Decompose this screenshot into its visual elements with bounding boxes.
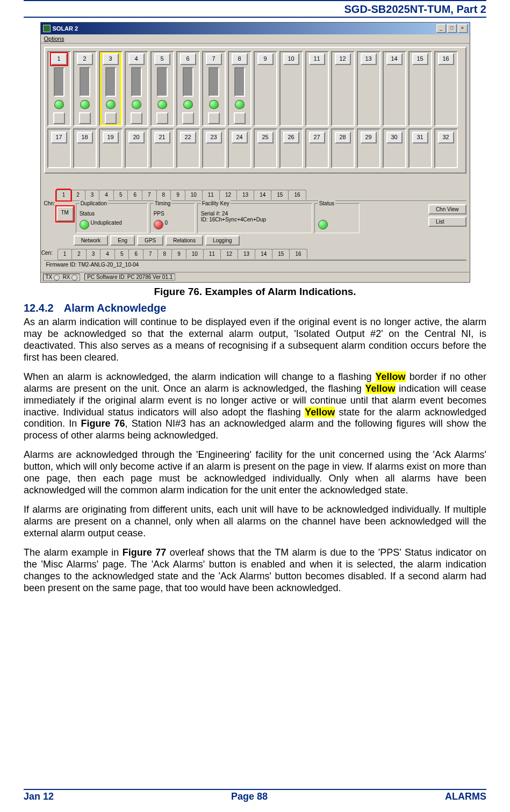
gps-button[interactable]: GPS — [137, 235, 163, 246]
station-row-top: 12345678910111213141516 — [47, 51, 463, 126]
slot-square-button[interactable] — [182, 112, 194, 124]
logging-button[interactable]: Logging — [205, 235, 240, 246]
cen-tab-12[interactable]: 12 — [220, 249, 238, 259]
station-slot-7[interactable]: 7 — [202, 51, 226, 126]
slot-number: 9 — [257, 53, 274, 65]
chn-tab-10[interactable]: 10 — [185, 190, 203, 200]
chn-tab-3[interactable]: 3 — [85, 190, 100, 200]
station-slot-13[interactable]: 13 — [357, 51, 380, 126]
station-slot-21[interactable]: 21 — [150, 128, 174, 168]
station-slot-28[interactable]: 28 — [331, 128, 355, 168]
slot-square-button[interactable] — [79, 112, 91, 124]
maximize-button[interactable]: □ — [447, 24, 457, 33]
station-slot-30[interactable]: 30 — [383, 128, 406, 168]
chn-tab-5[interactable]: 5 — [113, 190, 128, 200]
close-button[interactable]: × — [458, 24, 468, 33]
cen-tab-14[interactable]: 14 — [255, 249, 272, 259]
station-slot-20[interactable]: 20 — [125, 128, 148, 168]
slot-number: 23 — [206, 132, 222, 143]
slot-led-icon — [132, 100, 141, 110]
station-slot-31[interactable]: 31 — [408, 128, 432, 168]
cen-tab-11[interactable]: 11 — [203, 249, 221, 259]
station-slot-24[interactable]: 24 — [228, 128, 252, 168]
chn-tab-1[interactable]: 1 — [56, 190, 71, 200]
slot-square-button[interactable] — [53, 112, 65, 124]
slot-square-button[interactable] — [156, 112, 168, 124]
chn-tab-11[interactable]: 11 — [202, 190, 220, 200]
station-slot-11[interactable]: 11 — [305, 51, 329, 126]
station-slot-22[interactable]: 22 — [176, 128, 200, 168]
cen-tab-16[interactable]: 16 — [289, 249, 307, 259]
cen-tab-8[interactable]: 8 — [157, 249, 173, 259]
bottom-button-row: NetworkEngGPSRelationsLogging — [74, 235, 466, 246]
slot-square-button[interactable] — [105, 112, 117, 124]
slot-number: 2 — [77, 53, 93, 65]
station-slot-6[interactable]: 6 — [176, 51, 200, 126]
chn-tab-8[interactable]: 8 — [156, 190, 171, 200]
menu-options[interactable]: Options — [44, 35, 64, 42]
slot-square-button[interactable] — [234, 112, 246, 124]
cen-tab-6[interactable]: 6 — [128, 249, 143, 259]
chn-tab-7[interactable]: 7 — [142, 190, 157, 200]
station-slot-9[interactable]: 9 — [254, 51, 277, 126]
station-slot-19[interactable]: 19 — [99, 128, 123, 168]
station-slot-8[interactable]: 8 — [228, 51, 252, 126]
slot-square-button[interactable] — [131, 112, 142, 124]
cen-tab-1[interactable]: 1 — [58, 249, 73, 260]
station-slot-32[interactable]: 32 — [434, 128, 458, 168]
serial-value: 24 — [222, 211, 228, 217]
station-slot-23[interactable]: 23 — [202, 128, 226, 168]
status-led-icon — [318, 220, 328, 229]
cen-tab-10[interactable]: 10 — [186, 249, 204, 259]
station-slot-18[interactable]: 18 — [73, 128, 97, 168]
cen-tab-2[interactable]: 2 — [71, 249, 87, 259]
list-button[interactable]: List — [428, 217, 466, 227]
slot-square-button[interactable] — [208, 112, 220, 124]
station-slot-5[interactable]: 5 — [150, 51, 174, 126]
cen-tab-7[interactable]: 7 — [143, 249, 158, 259]
slot-led-icon — [106, 100, 116, 110]
chn-tab-9[interactable]: 9 — [170, 190, 185, 200]
relations-button[interactable]: Relations — [166, 235, 203, 246]
section-title: Alarm Acknowledge — [64, 302, 166, 314]
chn-tab-16[interactable]: 16 — [288, 190, 306, 200]
station-slot-27[interactable]: 27 — [305, 128, 329, 168]
station-slot-15[interactable]: 15 — [408, 51, 432, 126]
station-slot-1[interactable]: 1 — [47, 51, 71, 126]
chn-tab-4[interactable]: 4 — [99, 190, 114, 200]
minimize-button[interactable]: _ — [436, 24, 446, 33]
station-slot-14[interactable]: 14 — [383, 51, 406, 126]
chn-tab-2[interactable]: 2 — [70, 190, 85, 200]
group-duplication: Duplication Status Unduplicated — [76, 203, 148, 233]
chn-tab-13[interactable]: 13 — [236, 190, 254, 200]
slot-number: 26 — [283, 132, 299, 143]
chn-tab-14[interactable]: 14 — [254, 190, 271, 200]
cen-tab-3[interactable]: 3 — [86, 249, 101, 259]
eng-button[interactable]: Eng — [110, 235, 135, 246]
station-slot-3[interactable]: 3 — [99, 51, 123, 126]
station-slot-26[interactable]: 26 — [279, 128, 303, 168]
p2-yellow-3: Yellow — [305, 407, 335, 418]
station-slot-25[interactable]: 25 — [254, 128, 277, 168]
station-slot-17[interactable]: 17 — [47, 128, 71, 168]
station-slot-12[interactable]: 12 — [331, 51, 355, 126]
chn-tab-15[interactable]: 15 — [271, 190, 289, 200]
tm-button[interactable]: TM — [56, 206, 74, 221]
network-button[interactable]: Network — [74, 235, 109, 246]
cen-tab-13[interactable]: 13 — [238, 249, 255, 259]
chn-tab-12[interactable]: 12 — [219, 190, 237, 200]
station-slot-16[interactable]: 16 — [434, 51, 458, 126]
figure-caption: Figure 76. Examples of Alarm Indications… — [24, 286, 486, 298]
station-slot-2[interactable]: 2 — [73, 51, 97, 126]
cen-tab-15[interactable]: 15 — [272, 249, 290, 259]
station-slot-4[interactable]: 4 — [125, 51, 148, 126]
chn-view-button[interactable]: Chn View — [428, 204, 466, 214]
cen-tab-4[interactable]: 4 — [100, 249, 115, 259]
cen-tab-9[interactable]: 9 — [171, 249, 186, 259]
menu-bar[interactable]: Options — [41, 34, 470, 44]
cen-tab-5[interactable]: 5 — [114, 249, 130, 259]
station-slot-29[interactable]: 29 — [357, 128, 380, 168]
page-footer: Jan 12 Page 88 ALARMS — [24, 789, 486, 802]
station-slot-10[interactable]: 10 — [279, 51, 303, 126]
chn-tab-6[interactable]: 6 — [127, 190, 142, 200]
